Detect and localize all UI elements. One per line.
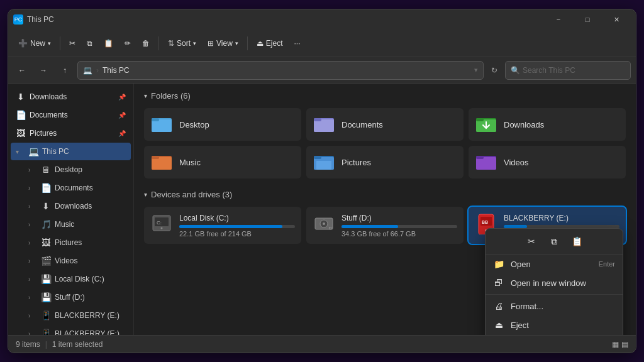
file-explorer-window: PC This PC − □ ✕ ➕ New ▾ ✂ ⧉ 📋 ✏ 🗑	[8, 9, 636, 353]
svg-text:C:: C:	[157, 220, 162, 226]
ctx-separator-1	[486, 294, 623, 295]
ctx-copy-button[interactable]: ⧉	[544, 233, 564, 250]
folders-section-title: Folders (6)	[151, 91, 191, 101]
drive-c-free: 22.1 GB free of 214 GB	[179, 230, 295, 238]
rename-button[interactable]: ✏	[119, 36, 136, 51]
folder-desktop[interactable]: Desktop	[144, 108, 301, 141]
forward-icon: →	[40, 66, 47, 75]
folder-pictures[interactable]: Pictures	[306, 146, 464, 178]
folder-documents-name: Documents	[341, 120, 383, 129]
sidebar-item-pictures-pinned[interactable]: 🖼 Pictures 📌	[11, 124, 131, 142]
desktop-icon: 🖥	[41, 165, 51, 175]
ctx-cut-button[interactable]: ✂	[521, 233, 541, 250]
delete-button[interactable]: 🗑	[137, 36, 155, 51]
drive-c-bar-fill	[179, 225, 282, 228]
sidebar-item-music[interactable]: › 🎵 Music	[11, 216, 131, 233]
folder-downloads[interactable]: Downloads	[469, 108, 626, 141]
window-title: This PC	[27, 15, 544, 24]
view-button[interactable]: ⊞ View ▾	[203, 36, 243, 51]
svg-text:BB: BB	[482, 220, 488, 224]
this-pc-icon: 💻	[28, 146, 38, 156]
view-list-icon[interactable]: ▤	[621, 340, 628, 349]
drive-d[interactable]: D: Stuff (D:) 34.3 GB free of 66.7 GB	[306, 207, 464, 244]
more-button[interactable]: ···	[289, 36, 306, 51]
back-button[interactable]: ←	[13, 62, 31, 79]
drive-d-free: 34.3 GB free of 66.7 GB	[341, 230, 457, 238]
paste-button[interactable]: 📋	[99, 36, 118, 51]
ctx-paste-button[interactable]: 📋	[567, 233, 587, 250]
sidebar-item-videos[interactable]: › 🎬 Videos	[11, 252, 131, 270]
folder-desktop-icon	[150, 113, 173, 136]
folders-section-header[interactable]: ▾ Folders (6)	[144, 91, 626, 101]
videos-icon: 🎬	[41, 256, 51, 266]
expand-placeholder-9: ›	[28, 312, 37, 319]
cut-button[interactable]: ✂	[64, 36, 80, 51]
drive-e-name: BLACKBERRY (E:)	[504, 214, 619, 222]
folder-documents[interactable]: Documents	[306, 108, 464, 141]
separator-3	[247, 36, 248, 50]
sidebar-item-this-pc[interactable]: ▾ 💻 This PC	[11, 143, 131, 160]
ctx-copy-icon: ⧉	[551, 236, 557, 247]
ctx-open[interactable]: 📁 Open Enter	[486, 255, 623, 273]
sidebar-item-downloads[interactable]: › ⬇ Downloads	[11, 197, 131, 215]
pin-icon-2: 📌	[118, 112, 126, 119]
view-chevron-icon: ▾	[235, 40, 238, 47]
sidebar-item-blackberry-1[interactable]: › 📱 BLACKBERRY (E:)	[11, 307, 131, 324]
sidebar-item-pictures[interactable]: › 🖼 Pictures	[11, 234, 131, 251]
more-icon: ···	[294, 39, 301, 48]
drive-d-bar-fill	[341, 225, 398, 228]
svg-rect-2	[152, 118, 159, 121]
folder-music-icon	[150, 151, 173, 173]
separator-1	[60, 36, 60, 50]
sort-button[interactable]: ⇅ Sort ▾	[163, 36, 201, 51]
sidebar-item-downloads-pinned-label: Downloads	[30, 92, 67, 101]
close-button[interactable]: ✕	[602, 9, 631, 30]
sidebar-item-local-disk[interactable]: › 💾 Local Disk (C:)	[11, 270, 131, 288]
ctx-open-shortcut: Enter	[599, 260, 615, 268]
maximize-button[interactable]: □	[573, 9, 602, 30]
sidebar-item-desktop[interactable]: › 🖥 Desktop	[11, 161, 131, 178]
ctx-open-new-window[interactable]: 🗗 Open in new window	[486, 273, 623, 292]
svg-text:D:: D:	[329, 226, 333, 230]
sidebar-item-blackberry-2[interactable]: › 📱 BLACKBERRY (E:)	[11, 325, 131, 335]
up-icon: ↑	[63, 66, 67, 75]
view-details-icon[interactable]: ▦	[612, 340, 619, 349]
new-button[interactable]: ➕ New ▾	[13, 36, 56, 51]
folder-music[interactable]: Music	[144, 146, 301, 178]
address-text: This PC	[103, 66, 470, 75]
new-icon: ➕	[18, 39, 28, 48]
sidebar-item-blackberry-1-label: BLACKBERRY (E:)	[55, 311, 119, 320]
drive-c[interactable]: C: Local Disk (C:) 22.1 GB free of 214 G…	[144, 207, 301, 244]
address-bar[interactable]: 💻 › This PC ▾	[77, 61, 484, 80]
expand-placeholder-3: ›	[28, 203, 37, 210]
folder-videos[interactable]: Videos	[469, 146, 626, 178]
expand-placeholder: ›	[28, 167, 37, 173]
forward-button[interactable]: →	[35, 62, 52, 79]
ctx-format[interactable]: 🖨 Format...	[486, 297, 623, 315]
search-box[interactable]: 🔍 Search This PC	[505, 61, 631, 80]
sidebar: ⬇ Downloads 📌 📄 Documents 📌 🖼 Pictures 📌…	[8, 84, 134, 335]
minimize-button[interactable]: −	[544, 9, 573, 30]
copy-button[interactable]: ⧉	[82, 36, 97, 51]
drives-section-header[interactable]: ▾ Devices and drives (3)	[144, 190, 626, 199]
refresh-button[interactable]: ↻	[487, 63, 501, 77]
main-area: ⬇ Downloads 📌 📄 Documents 📌 🖼 Pictures 📌…	[8, 84, 636, 335]
eject-icon: ⏏	[257, 39, 264, 48]
cut-icon: ✂	[69, 39, 75, 48]
view-toggle: ▦ ▤	[612, 340, 628, 349]
sidebar-item-local-disk-label: Local Disk (C:)	[55, 275, 104, 283]
sidebar-item-stuff[interactable]: › 💾 Stuff (D:)	[11, 288, 131, 306]
address-separator: ›	[96, 66, 99, 75]
drive-c-icon: C:	[150, 212, 173, 239]
drive-d-bar-bg	[341, 225, 457, 228]
documents-icon: 📄	[41, 183, 51, 193]
sidebar-item-documents-pinned[interactable]: 📄 Documents 📌	[11, 106, 131, 124]
ctx-format-icon: 🖨	[493, 301, 504, 311]
drive-d-info: Stuff (D:) 34.3 GB free of 66.7 GB	[341, 214, 457, 238]
ctx-eject[interactable]: ⏏ Eject	[486, 315, 623, 334]
sidebar-item-documents[interactable]: › 📄 Documents	[11, 179, 131, 197]
svg-rect-11	[152, 156, 159, 159]
eject-button[interactable]: ⏏ Eject	[252, 36, 288, 51]
sidebar-item-downloads-pinned[interactable]: ⬇ Downloads 📌	[11, 88, 131, 106]
up-button[interactable]: ↑	[56, 62, 74, 79]
